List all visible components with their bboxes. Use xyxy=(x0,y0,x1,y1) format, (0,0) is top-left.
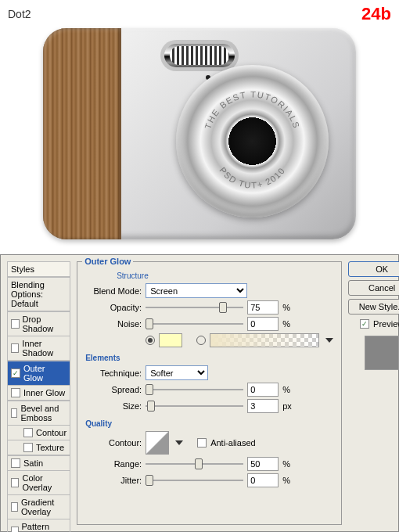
ok-button[interactable]: OK xyxy=(348,261,399,277)
style-item-gradient-overlay[interactable]: Gradient Overlay xyxy=(7,495,70,519)
glow-gradient-swatch[interactable] xyxy=(210,333,319,347)
style-item-bevel-emboss[interactable]: Bevel and Emboss xyxy=(7,401,70,426)
camera-wood-grip xyxy=(43,28,121,239)
checkbox-pattern-overlay[interactable] xyxy=(11,527,19,532)
styles-column: Styles Blending Options: Default Drop Sh… xyxy=(7,261,70,525)
structure-group: Structure Blend Mode: Screen Opacity: 75… xyxy=(85,271,333,347)
camera-illustration: THE BEST TUTORIALS PSD TUT+ 2010 xyxy=(43,28,356,239)
antialiased-label: Anti-aliased xyxy=(210,438,255,448)
section-title: Outer Glow xyxy=(82,257,133,266)
noise-value[interactable]: 0 xyxy=(247,317,279,331)
style-item-outer-glow[interactable]: ✓Outer Glow xyxy=(7,361,70,386)
noise-slider[interactable] xyxy=(146,318,243,330)
range-slider[interactable] xyxy=(146,458,243,470)
size-slider[interactable] xyxy=(146,400,243,412)
camera-lens xyxy=(176,65,329,217)
technique-select[interactable]: Softer xyxy=(146,365,208,380)
checkbox-drop-shadow[interactable] xyxy=(11,319,20,329)
cancel-button[interactable]: Cancel xyxy=(348,280,399,296)
blend-mode-select[interactable]: Screen xyxy=(146,283,247,298)
opacity-value[interactable]: 75 xyxy=(247,300,279,315)
quality-title: Quality xyxy=(85,419,333,428)
quality-group: Quality Contour: Anti-aliased Range: 50 … xyxy=(85,419,333,487)
antialiased-checkbox[interactable] xyxy=(197,438,207,448)
size-label: Size: xyxy=(85,401,142,411)
contour-swatch[interactable] xyxy=(146,431,169,455)
blending-options-item[interactable]: Blending Options: Default xyxy=(7,277,70,311)
preview-swatch xyxy=(365,336,399,370)
layer-name: Dot2 xyxy=(8,8,391,20)
spread-slider[interactable] xyxy=(146,383,243,396)
technique-label: Technique: xyxy=(85,368,142,378)
color-radio[interactable] xyxy=(146,336,155,345)
settings-column: Outer Glow Structure Blend Mode: Screen … xyxy=(77,261,342,525)
checkbox-satin[interactable] xyxy=(11,458,20,468)
styles-header[interactable]: Styles xyxy=(7,261,70,277)
buttons-column: OK Cancel New Style... ✓ Preview xyxy=(348,261,399,525)
elements-group: Elements Technique: Softer Spread: 0 % S… xyxy=(85,354,333,413)
jitter-slider[interactable] xyxy=(146,474,243,487)
step-number: 24b xyxy=(361,4,391,24)
checkbox-bevel-emboss[interactable] xyxy=(11,408,17,418)
range-label: Range: xyxy=(85,459,142,469)
checkbox-inner-shadow[interactable] xyxy=(11,343,19,353)
contour-dropdown-icon[interactable] xyxy=(175,440,183,445)
contour-label: Contour: xyxy=(85,438,142,448)
spread-value[interactable]: 0 xyxy=(247,383,279,397)
elements-title: Elements xyxy=(85,354,333,362)
new-style-button[interactable]: New Style... xyxy=(348,299,399,315)
checkbox-texture[interactable] xyxy=(23,443,33,452)
style-item-pattern-overlay[interactable]: Pattern Overlay xyxy=(7,519,70,532)
checkbox-inner-glow[interactable] xyxy=(11,388,20,397)
style-item-inner-shadow[interactable]: Inner Shadow xyxy=(7,336,70,361)
checkbox-gradient-overlay[interactable] xyxy=(11,502,18,512)
style-item-satin[interactable]: Satin xyxy=(7,455,70,471)
checkbox-color-overlay[interactable] xyxy=(11,478,19,487)
style-item-drop-shadow[interactable]: Drop Shadow xyxy=(7,311,70,336)
layer-style-dialog: Styles Blending Options: Default Drop Sh… xyxy=(0,254,399,532)
style-item-color-overlay[interactable]: Color Overlay xyxy=(7,471,70,495)
canvas-area: Dot2 24b THE BEST TUTORIALS PSD TUT+ 201… xyxy=(0,0,399,254)
opacity-label: Opacity: xyxy=(85,303,142,312)
noise-label: Noise: xyxy=(85,319,142,329)
style-item-inner-glow[interactable]: Inner Glow xyxy=(7,386,70,401)
structure-title: Structure xyxy=(117,271,333,280)
opacity-slider[interactable] xyxy=(146,301,243,314)
blend-mode-label: Blend Mode: xyxy=(85,286,142,296)
checkbox-contour[interactable] xyxy=(23,428,33,437)
glow-color-swatch[interactable] xyxy=(159,333,182,347)
spread-label: Spread: xyxy=(85,385,142,394)
checkbox-outer-glow[interactable]: ✓ xyxy=(11,368,20,378)
preview-checkbox[interactable]: ✓ xyxy=(360,319,369,329)
style-item-contour[interactable]: Contour xyxy=(7,426,70,440)
jitter-value[interactable]: 0 xyxy=(247,473,279,487)
size-value[interactable]: 3 xyxy=(247,399,279,413)
gradient-radio[interactable] xyxy=(196,336,206,345)
range-value[interactable]: 50 xyxy=(247,457,279,471)
styles-list: Styles Blending Options: Default Drop Sh… xyxy=(7,261,70,532)
camera-flash-window xyxy=(170,46,229,65)
jitter-label: Jitter: xyxy=(85,476,142,485)
gradient-dropdown-icon[interactable] xyxy=(325,338,333,343)
style-item-texture[interactable]: Texture xyxy=(7,440,70,455)
preview-label: Preview xyxy=(373,319,399,329)
